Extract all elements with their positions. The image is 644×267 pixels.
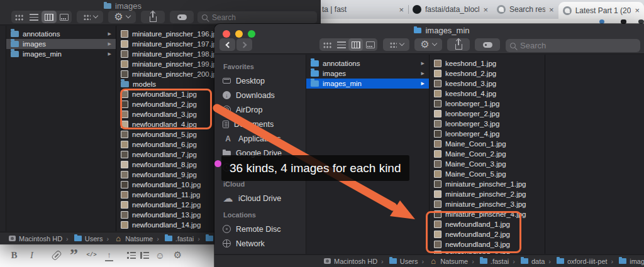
file-row[interactable]: keeshond_4.jpg bbox=[430, 89, 545, 99]
composer-tool-button[interactable] bbox=[8, 249, 21, 262]
browser-tab[interactable]: Search results fo × bbox=[492, 0, 558, 19]
composer-tool-button[interactable] bbox=[153, 249, 167, 262]
file-row[interactable]: keeshond_1.jpg bbox=[430, 58, 545, 68]
path-segment[interactable]: Natsume bbox=[103, 235, 153, 242]
composer-tool-button[interactable] bbox=[171, 249, 184, 262]
path-segment[interactable]: Macintosh HD bbox=[324, 258, 377, 265]
file-row[interactable]: newfoundland_2.jpg bbox=[430, 229, 545, 239]
file-row[interactable]: keeshond_3.jpg bbox=[430, 79, 545, 89]
browser-toolbar-icon[interactable] bbox=[599, 19, 604, 24]
window-body: Favorites Desktop D bbox=[214, 55, 644, 254]
browser-tab[interactable]: Latest Part 1 (20 × bbox=[558, 2, 644, 19]
path-segment[interactable]: Natsume bbox=[418, 258, 468, 265]
sidebar-item[interactable]: Remote Disc bbox=[214, 222, 306, 236]
column-view-button[interactable] bbox=[348, 38, 363, 51]
grid-view-button[interactable] bbox=[11, 11, 26, 23]
action-menu-button[interactable] bbox=[414, 38, 442, 51]
composer-tool-button[interactable] bbox=[25, 249, 38, 262]
file-name: models bbox=[133, 80, 156, 88]
sidebar-item[interactable]: iCloud Drive bbox=[214, 191, 306, 205]
sidebar-item[interactable]: Network bbox=[214, 236, 306, 251]
composer-tool-button[interactable] bbox=[127, 252, 136, 259]
list-view-button[interactable] bbox=[334, 38, 348, 51]
folder-row[interactable]: annotations ▶ bbox=[6, 29, 116, 39]
composer-tool-button[interactable] bbox=[103, 249, 116, 262]
path-segment[interactable]: .fastai bbox=[153, 235, 194, 242]
folder-row[interactable]: images ▶ bbox=[6, 39, 116, 49]
file-row[interactable]: Maine_Coon_2.jpg bbox=[430, 149, 545, 159]
file-icon bbox=[121, 171, 128, 178]
sidebar-item[interactable]: Applications bbox=[214, 131, 306, 146]
back-button[interactable] bbox=[219, 38, 235, 51]
file-row[interactable]: newfoundland_1.jpg bbox=[430, 219, 545, 229]
file-row[interactable]: Maine_Coon_3.jpg bbox=[430, 159, 545, 169]
path-segment[interactable]: data bbox=[509, 258, 545, 265]
search-field[interactable] bbox=[506, 39, 640, 52]
path-segment[interactable]: Macintosh HD bbox=[9, 235, 62, 242]
window-titlebar[interactable]: images bbox=[0, 0, 321, 25]
sidebar-item[interactable]: Downloads bbox=[214, 88, 306, 102]
path-segment[interactable]: images_min bbox=[608, 258, 644, 265]
sidebar-item-icon bbox=[223, 106, 231, 114]
tab-close-icon[interactable]: × bbox=[399, 6, 404, 14]
file-row[interactable]: newfoundland_3.jpg bbox=[430, 239, 545, 249]
path-segment[interactable]: Users bbox=[377, 258, 418, 265]
search-input[interactable] bbox=[211, 13, 313, 23]
path-segment[interactable]: .fastai bbox=[468, 258, 509, 265]
tab-close-icon[interactable]: × bbox=[483, 6, 488, 14]
file-row[interactable]: miniature_pinscher_2.jpg bbox=[430, 189, 545, 199]
file-name: newfoundland_4.jpg bbox=[132, 121, 197, 128]
forward-button[interactable] bbox=[236, 38, 252, 51]
browser-toolbar-icon[interactable] bbox=[638, 19, 644, 24]
list-view-button[interactable] bbox=[26, 11, 42, 23]
gallery-view-button[interactable] bbox=[363, 38, 377, 51]
file-row[interactable]: newfoundland_4.jpg bbox=[430, 249, 545, 254]
tag-button[interactable] bbox=[475, 38, 500, 51]
file-row[interactable]: Maine_Coon_1.jpg bbox=[430, 139, 545, 149]
folder-row[interactable]: annotations ▶ bbox=[306, 58, 429, 68]
share-button[interactable] bbox=[447, 38, 470, 51]
tab-favicon bbox=[413, 5, 421, 14]
group-button[interactable] bbox=[383, 38, 409, 51]
path-segment[interactable]: Users bbox=[62, 235, 103, 242]
file-row[interactable]: Maine_Coon_5.jpg bbox=[430, 169, 545, 179]
browser-toolbar-icon[interactable] bbox=[621, 19, 626, 24]
grid-view-button[interactable] bbox=[319, 38, 334, 51]
action-menu-button[interactable] bbox=[108, 11, 136, 23]
sidebar-item[interactable]: Desktop bbox=[214, 74, 306, 88]
group-button[interactable] bbox=[77, 11, 103, 23]
search-field[interactable] bbox=[197, 11, 317, 23]
file-row[interactable]: leonberger_2.jpg bbox=[430, 109, 545, 119]
composer-tool-button[interactable] bbox=[85, 249, 98, 262]
gallery-view-button[interactable] bbox=[57, 11, 72, 23]
file-icon bbox=[121, 60, 128, 68]
group-icon bbox=[83, 14, 91, 20]
folder-row[interactable]: images_min ▶ bbox=[6, 49, 116, 59]
tab-close-icon[interactable]: × bbox=[549, 6, 554, 14]
search-input[interactable] bbox=[519, 40, 636, 51]
file-row[interactable]: miniature_pinscher_4.jpg bbox=[430, 209, 545, 219]
tag-button[interactable] bbox=[170, 11, 194, 23]
tab-close-icon[interactable]: × bbox=[635, 6, 640, 14]
sidebar-item[interactable]: Documents bbox=[214, 117, 306, 131]
file-row[interactable]: miniature_pinscher_3.jpg bbox=[430, 199, 545, 209]
folder-row[interactable]: images_min ▶ bbox=[306, 79, 429, 89]
file-row[interactable]: miniature_pinscher_1.jpg bbox=[430, 179, 545, 189]
path-segment-label: images_min bbox=[630, 258, 644, 265]
file-row[interactable]: leonberger_3.jpg bbox=[430, 119, 545, 129]
window-titlebar[interactable]: images_min bbox=[214, 24, 644, 54]
sidebar-section-label: Locations bbox=[214, 205, 306, 222]
browser-tab[interactable]: fastai/data_block × bbox=[408, 0, 492, 19]
column-view-button[interactable] bbox=[42, 11, 57, 23]
file-row[interactable]: leonberger_1.jpg bbox=[430, 99, 545, 109]
browser-tab[interactable]: ta | fast × bbox=[318, 0, 408, 19]
composer-tool-button[interactable] bbox=[50, 249, 63, 262]
composer-tool-button[interactable] bbox=[67, 249, 80, 262]
folder-row[interactable]: images ▶ bbox=[306, 68, 429, 79]
path-segment[interactable]: oxford-iiit-pet bbox=[545, 258, 607, 265]
sidebar-item[interactable]: AirDrop bbox=[214, 102, 306, 117]
file-row[interactable]: keeshond_2.jpg bbox=[430, 68, 545, 79]
composer-tool-button[interactable] bbox=[140, 252, 149, 259]
share-button[interactable] bbox=[141, 11, 165, 23]
file-row[interactable]: leonberger_4.jpg bbox=[430, 129, 545, 139]
